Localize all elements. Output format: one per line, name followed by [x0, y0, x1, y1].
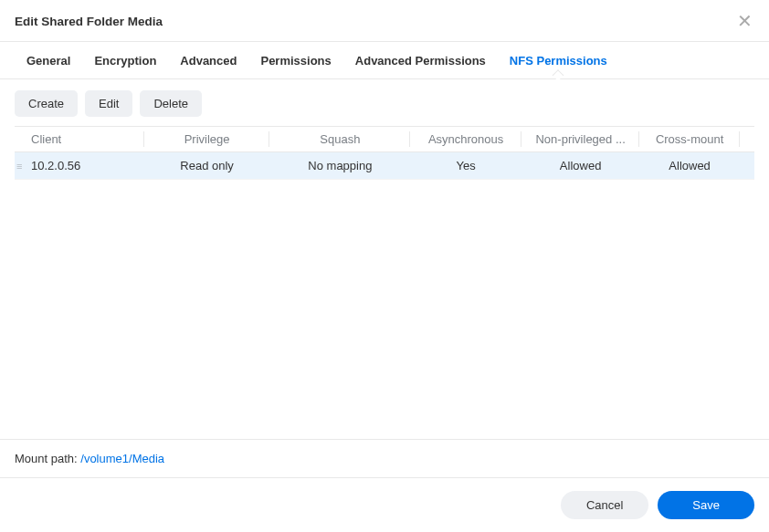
th-squash[interactable]: Squash: [269, 127, 410, 152]
tab-encryption[interactable]: Encryption: [82, 42, 168, 78]
dialog-tabs: General Encryption Advanced Permissions …: [0, 42, 769, 79]
delete-button[interactable]: Delete: [140, 90, 202, 117]
cell-spacer: [740, 152, 754, 180]
close-icon[interactable]: ✕: [735, 12, 754, 30]
create-button[interactable]: Create: [15, 90, 78, 117]
cell-client: ≡ 10.2.0.56: [15, 152, 144, 180]
tab-advanced-permissions[interactable]: Advanced Permissions: [343, 42, 498, 78]
cell-squash: No mapping: [269, 152, 410, 180]
cell-non-privileged: Allowed: [521, 152, 640, 180]
toolbar: Create Edit Delete: [0, 79, 769, 126]
dialog-header: Edit Shared Folder Media ✕: [0, 0, 769, 42]
mount-path-label: Mount path:: [15, 452, 80, 465]
mount-path-value: /volume1/Media: [80, 452, 164, 465]
drag-handle-icon[interactable]: ≡: [16, 161, 22, 171]
table-row[interactable]: ≡ 10.2.0.56 Read only No mapping Yes All…: [15, 152, 754, 180]
cell-cross-mount: Allowed: [639, 152, 739, 180]
dialog-title: Edit Shared Folder Media: [15, 15, 163, 28]
cell-privilege: Read only: [144, 152, 270, 180]
th-asynchronous[interactable]: Asynchronous: [410, 127, 521, 152]
nfs-permissions-table-area: Client Privilege Squash Asynchronous Non…: [0, 126, 769, 439]
th-cross-mount[interactable]: Cross-mount: [639, 127, 739, 152]
th-privilege[interactable]: Privilege: [144, 127, 270, 152]
tab-advanced[interactable]: Advanced: [168, 42, 248, 78]
th-client[interactable]: Client: [15, 127, 144, 152]
cell-asynchronous: Yes: [410, 152, 521, 180]
tab-general[interactable]: General: [15, 42, 82, 78]
edit-button[interactable]: Edit: [85, 90, 132, 117]
th-spacer: [740, 127, 754, 152]
edit-shared-folder-dialog: Edit Shared Folder Media ✕ General Encry…: [0, 0, 769, 532]
cell-client-label: 10.2.0.56: [31, 159, 80, 172]
save-button[interactable]: Save: [658, 491, 754, 519]
th-non-privileged[interactable]: Non-privileged ...: [521, 127, 640, 152]
tab-nfs-permissions[interactable]: NFS Permissions: [498, 42, 619, 78]
dialog-footer: Cancel Save: [0, 477, 769, 532]
nfs-permissions-table: Client Privilege Squash Asynchronous Non…: [15, 126, 754, 180]
mount-path: Mount path: /volume1/Media: [0, 439, 769, 477]
cancel-button[interactable]: Cancel: [561, 491, 648, 519]
tab-permissions[interactable]: Permissions: [248, 42, 342, 78]
